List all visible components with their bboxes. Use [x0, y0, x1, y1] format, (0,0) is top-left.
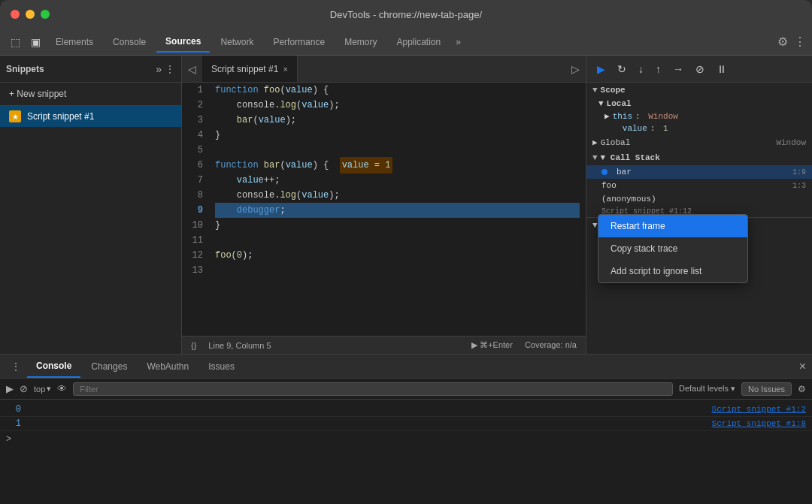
left-sidebar: Snippets » ⋮ + New snippet ★ Script snip… [0, 56, 182, 354]
close-button[interactable] [11, 10, 20, 19]
top-context-selector[interactable]: top ▾ [34, 384, 51, 394]
settings-icon[interactable]: ⚙ [777, 35, 788, 49]
console-entry-1-source[interactable]: Script snippet #1:8 [712, 419, 806, 428]
tab-performance[interactable]: Performance [264, 32, 334, 52]
console-tab-console[interactable]: Console [27, 355, 80, 378]
sidebar-header: Snippets » ⋮ [0, 56, 181, 83]
device-icon[interactable]: ▣ [26, 33, 45, 51]
console-filter-input[interactable] [73, 382, 673, 396]
traffic-lights [11, 10, 50, 19]
console-entry-1-value: 1 [6, 418, 21, 429]
sidebar-more-icon[interactable]: » [156, 63, 162, 75]
new-snippet-button[interactable]: + New snippet [0, 83, 181, 106]
console-levels-dropdown[interactable]: Default levels ▾ [679, 384, 735, 394]
code-line-7: value++; [215, 173, 580, 188]
step-over-button[interactable]: ↻ [613, 60, 631, 78]
tab-console[interactable]: Console [104, 32, 155, 52]
global-arrow-icon: ▶ [592, 137, 598, 147]
snippet-item[interactable]: ★ Script snippet #1 [0, 106, 181, 127]
console-toolbar: ▶ ⊘ top ▾ 👁 Default levels ▾ No Issues ⚙ [0, 379, 812, 400]
run-shortcut[interactable]: ▶ ⌘+Enter [471, 340, 513, 350]
console-tab-webauthn[interactable]: WebAuthn [138, 355, 198, 378]
more-options-icon[interactable]: ⋮ [794, 35, 806, 49]
console-tab-changes[interactable]: Changes [82, 355, 136, 378]
add-to-ignore-list-label: Add script to ignore list [611, 266, 701, 276]
editor-area: ◁ Script snippet #1 × ▷ 1 2 3 4 5 6 7 8 … [182, 56, 586, 354]
tab-memory[interactable]: Memory [335, 32, 386, 52]
console-tab-issues[interactable]: Issues [199, 355, 244, 378]
console-entry-1: 1 Script snippet #1:8 [0, 417, 812, 431]
sidebar-menu-icon[interactable]: ⋮ [165, 63, 175, 75]
context-menu-copy-stack-trace[interactable]: Copy stack trace [598, 237, 747, 260]
minimize-button[interactable] [26, 10, 35, 19]
tab-application[interactable]: Application [387, 32, 450, 52]
deactivate-button[interactable]: ⊘ [691, 60, 709, 78]
maximize-button[interactable] [41, 10, 50, 19]
console-menu-icon[interactable]: ⋮ [6, 358, 26, 376]
code-line-4: } [215, 128, 580, 143]
global-scope-header[interactable]: ▶ Global Window [586, 134, 812, 150]
copy-stack-trace-label: Copy stack trace [611, 243, 677, 254]
console-entry-0-source[interactable]: Script snippet #1:2 [712, 405, 806, 414]
call-stack-section: bar 1:9 foo 1:3 (anonymous) Script snipp… [586, 165, 812, 217]
console-settings-icon[interactable]: ⚙ [798, 384, 806, 394]
call-stack-item-foo[interactable]: foo 1:3 [586, 179, 812, 192]
value-value: 1 [663, 124, 668, 133]
console-tab-webauthn-label: WebAuthn [147, 361, 189, 372]
tab-sources[interactable]: Sources [156, 32, 210, 53]
eye-icon[interactable]: 👁 [57, 383, 67, 394]
console-output: 0 Script snippet #1:2 1 Script snippet #… [0, 400, 812, 504]
context-menu-restart-frame[interactable]: Restart frame [598, 215, 747, 237]
cursor-icon[interactable]: ⬚ [6, 33, 25, 51]
main-tab-bar: ⬚ ▣ Elements Console Sources Network Per… [0, 29, 812, 56]
resume-button[interactable]: ▶ [592, 60, 610, 78]
title-bar: DevTools - chrome://new-tab-page/ [0, 0, 812, 29]
scope-value-item: value : 1 [586, 122, 812, 134]
local-scope-header[interactable]: ▼ Local [586, 98, 812, 110]
tab-bar-right-icons: ⚙ ⋮ [777, 35, 806, 49]
step-out-button[interactable]: ↑ [651, 60, 665, 78]
format-icon[interactable]: {} [191, 341, 196, 350]
console-prompt[interactable]: > [0, 431, 812, 448]
step-button[interactable]: → [668, 60, 688, 78]
call-stack-anon-name: (anonymous) [601, 195, 656, 204]
console-close-button[interactable]: × [799, 360, 806, 373]
this-value: Window [648, 112, 678, 121]
code-line-5 [215, 143, 580, 158]
code-line-2: console.log(value); [215, 98, 580, 113]
console-block-icon[interactable]: ⊘ [20, 383, 28, 394]
sidebar-title: Snippets [6, 64, 44, 74]
tab-network[interactable]: Network [211, 32, 262, 52]
call-stack-section-header[interactable]: ▼ ▼ Call Stack [586, 150, 812, 165]
pause-on-exception-button[interactable]: ⏸ [712, 60, 732, 78]
step-into-button[interactable]: ↓ [634, 60, 648, 78]
scope-section-header[interactable]: ▼ Scope [586, 83, 812, 98]
code-line-3: bar(value); [215, 113, 580, 128]
code-line-9: debugger; [215, 203, 580, 218]
status-bar: {} Line 9, Column 5 ▶ ⌘+Enter Coverage: … [182, 336, 586, 354]
code-content: function foo(value) { console.log(value)… [209, 83, 586, 336]
console-issues-button[interactable]: No Issues [741, 382, 792, 396]
code-line-11 [215, 233, 580, 248]
console-entry-0: 0 Script snippet #1:2 [0, 403, 812, 417]
coverage-label: Coverage: n/a [525, 340, 577, 350]
editor-tab-snippet1[interactable]: Script snippet #1 × [202, 56, 298, 82]
call-stack-item-anonymous[interactable]: (anonymous) [586, 192, 812, 206]
console-levels-label: Default levels ▾ [679, 384, 735, 394]
more-tabs-icon[interactable]: » [451, 34, 465, 50]
editor-tab-close-icon[interactable]: × [283, 65, 287, 74]
global-label: Global [601, 138, 631, 147]
window-title: DevTools - chrome://new-tab-page/ [330, 9, 482, 20]
call-stack-arrow-icon: ▼ [592, 153, 598, 162]
restart-frame-label: Restart frame [611, 221, 665, 231]
tab-elements[interactable]: Elements [47, 32, 102, 52]
code-editor[interactable]: 1 2 3 4 5 6 7 8 9 10 11 12 13 function f… [182, 83, 586, 336]
editor-nav-left-icon[interactable]: ◁ [182, 63, 202, 75]
line-numbers: 1 2 3 4 5 6 7 8 9 10 11 12 13 [182, 83, 209, 336]
console-area: ⋮ Console Changes WebAuthn Issues × ▶ ⊘ … [0, 354, 812, 504]
editor-tab-run-icon[interactable]: ▷ [565, 63, 586, 75]
code-line-13 [215, 263, 580, 278]
context-menu-add-to-ignore-list[interactable]: Add script to ignore list [598, 260, 747, 282]
console-run-icon[interactable]: ▶ [6, 383, 14, 394]
call-stack-item-bar[interactable]: bar 1:9 [586, 165, 812, 179]
